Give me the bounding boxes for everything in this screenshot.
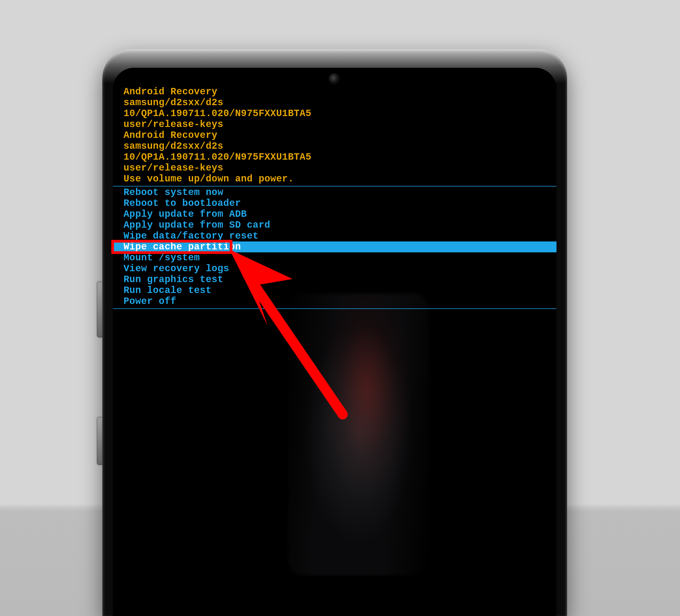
menu-item-reboot-system-now[interactable]: Reboot system now	[113, 187, 557, 198]
nav-hint: Use volume up/down and power.	[123, 173, 557, 184]
recovery-title-1: Android Recovery	[123, 86, 557, 97]
phone-screen: Android Recovery samsung/d2sxx/d2s 10/QP…	[113, 68, 557, 616]
device-id-1: samsung/d2sxx/d2s	[123, 97, 557, 108]
menu-item-mount-system[interactable]: Mount /system	[113, 252, 557, 263]
menu-item-apply-update-from-sd-card[interactable]: Apply update from SD card	[113, 220, 557, 230]
recovery-header: Android Recovery samsung/d2sxx/d2s 10/QP…	[123, 86, 557, 184]
separator-bottom	[113, 308, 557, 309]
build-type-1: user/release-keys	[123, 119, 557, 130]
menu-item-view-recovery-logs[interactable]: View recovery logs	[113, 263, 557, 274]
recovery-console: Android Recovery samsung/d2sxx/d2s 10/QP…	[123, 86, 557, 309]
separator-top	[113, 186, 557, 187]
phone-frame: Android Recovery samsung/d2sxx/d2s 10/QP…	[102, 49, 567, 616]
menu-item-apply-update-from-adb[interactable]: Apply update from ADB	[113, 209, 557, 220]
build-type-2: user/release-keys	[123, 163, 557, 173]
device-id-2: samsung/d2sxx/d2s	[123, 141, 557, 152]
build-id-2: 10/QP1A.190711.020/N975FXXU1BTA5	[123, 152, 557, 163]
build-id-1: 10/QP1A.190711.020/N975FXXU1BTA5	[123, 108, 557, 119]
menu-item-reboot-to-bootloader[interactable]: Reboot to bootloader	[113, 198, 557, 209]
screen-reflection	[288, 293, 429, 575]
menu-item-run-graphics-test[interactable]: Run graphics test	[113, 274, 557, 285]
recovery-title-2: Android Recovery	[123, 130, 557, 141]
menu-item-power-off[interactable]: Power off	[113, 296, 557, 307]
menu-item-run-locale-test[interactable]: Run locale test	[113, 285, 557, 296]
annotation-highlight-box	[111, 240, 232, 254]
camera-punch-hole	[329, 73, 341, 85]
